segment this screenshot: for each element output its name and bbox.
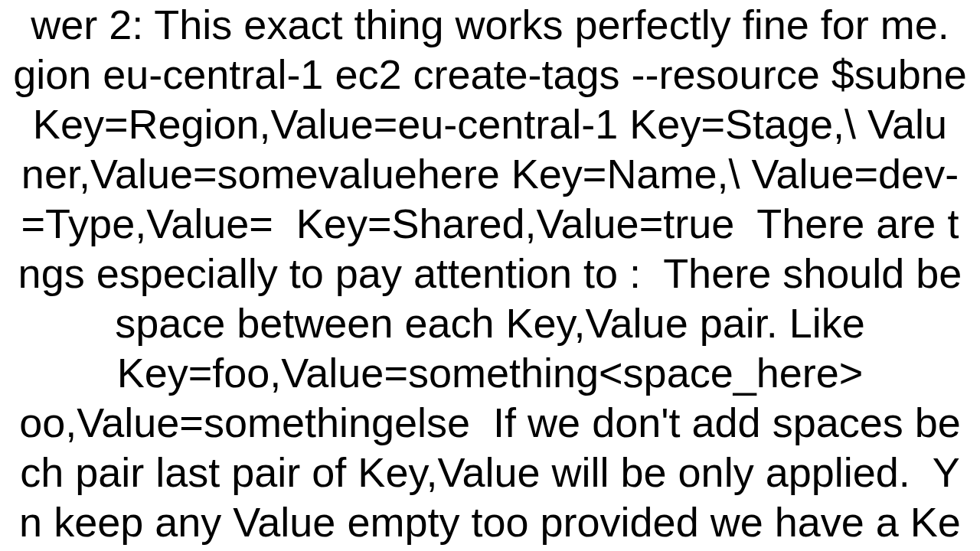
answer-label: wer 2: [31,2,143,47]
answer-body: wer 2: This exact thing works perfectly … [0,0,980,547]
note-line-5: oo,Value=somethingelse If we don't add s… [19,399,961,445]
note-line-2: ngs especially to pay attention to : The… [18,250,962,296]
note-line-6: ch pair last pair of Key,Value will be o… [20,449,960,495]
note-lead: There are t [756,201,959,246]
note-line-7: n keep any Value empty too provided we h… [19,499,961,545]
document-viewport: wer 2: This exact thing works perfectly … [0,0,980,551]
cmd-line-1: gion eu-central-1 ec2 create-tags --reso… [13,51,967,97]
note-line-3: space between each Key,Value pair. Like [115,300,865,346]
cmd-line-4: =Type,Value= Key=Shared,Value=true [21,201,735,246]
cmd-line-3: ner,Value=somevaluehere Key=Name,\ Value… [21,151,959,197]
note-line-4: Key=foo,Value=something<space_here> [117,350,864,396]
cmd-line-2: Key=Region,Value=eu-central-1 Key=Stage,… [33,101,947,147]
answer-intro: This exact thing works perfectly fine fo… [154,2,949,47]
